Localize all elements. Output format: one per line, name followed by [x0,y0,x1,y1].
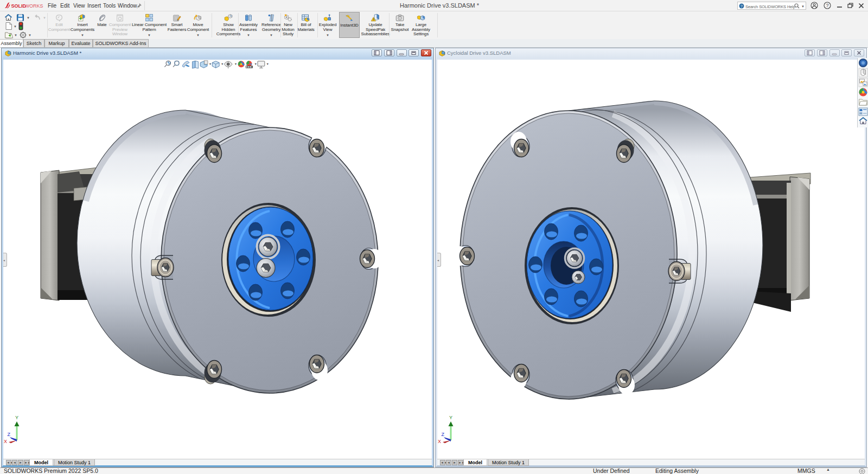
svg-text:▼: ▼ [221,62,224,66]
svg-text:X: X [438,439,441,444]
svg-text:!: ! [373,18,374,21]
svg-text:▼: ▼ [266,62,269,66]
svg-text:▼: ▼ [234,62,237,66]
svg-text:Z: Z [8,432,11,437]
svg-text:?: ? [741,4,743,8]
svg-text:Y: Y [449,415,452,420]
svg-text:Z: Z [442,432,445,437]
svg-text:▼: ▼ [254,62,257,66]
svg-text:WORKS: WORKS [25,3,43,9]
svg-text:X: X [4,439,7,444]
svg-text:Y: Y [15,415,18,420]
svg-text:?: ? [826,3,828,8]
svg-text:▼: ▼ [209,62,212,66]
svg-text:SOLID: SOLID [11,3,27,9]
